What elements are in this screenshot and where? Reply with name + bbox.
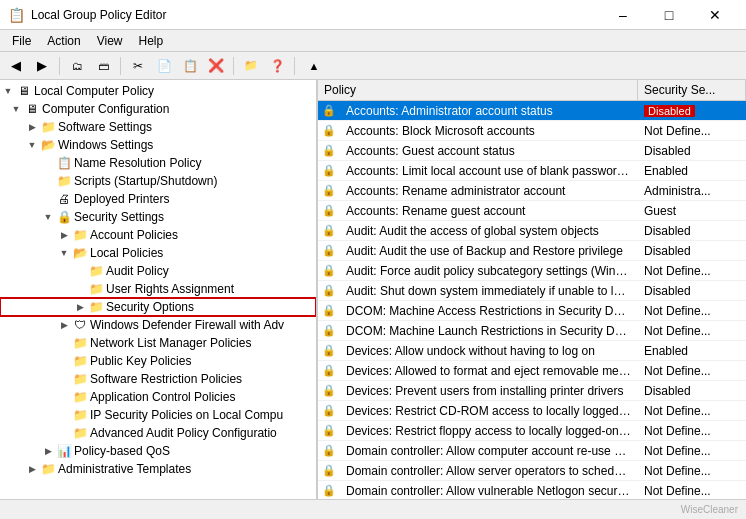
list-header: Policy Security Se...: [318, 80, 746, 101]
tree-panel[interactable]: ▼ 🖥 Local Computer Policy ▼ 🖥 Computer C…: [0, 80, 318, 499]
menu-file[interactable]: File: [4, 32, 39, 50]
list-row-2[interactable]: 🔒 Accounts: Block Microsoft accounts Not…: [318, 121, 746, 141]
tree-item-software-restriction[interactable]: 📁 Software Restriction Policies: [0, 370, 316, 388]
scripts-label: Scripts (Startup/Shutdown): [74, 174, 217, 188]
root-expander[interactable]: ▼: [0, 83, 16, 99]
list-row-10[interactable]: 🔒 Audit: Shut down system immediately if…: [318, 281, 746, 301]
maximize-button[interactable]: □: [646, 0, 692, 30]
tree-item-policy-based-qos[interactable]: ▶ 📊 Policy-based QoS: [0, 442, 316, 460]
toolbar-extra1[interactable]: ▲: [300, 55, 328, 77]
tree-root[interactable]: ▼ 🖥 Local Computer Policy: [0, 82, 316, 100]
toolbar-forward[interactable]: ▶: [30, 55, 54, 77]
row6-icon: 🔒: [318, 204, 340, 217]
row12-policy: DCOM: Machine Launch Restrictions in Sec…: [340, 323, 638, 339]
local-policies-expander[interactable]: ▼: [56, 245, 72, 261]
header-security[interactable]: Security Se...: [638, 80, 746, 100]
row6-security: Guest: [638, 203, 746, 219]
list-panel[interactable]: Policy Security Se... 🔒 Accounts: Admini…: [318, 80, 746, 499]
list-row-8[interactable]: 🔒 Audit: Audit the use of Backup and Res…: [318, 241, 746, 261]
tree-item-network-list[interactable]: 📁 Network List Manager Policies: [0, 334, 316, 352]
row11-security: Not Define...: [638, 303, 746, 319]
row1-security-badge: Disabled: [644, 105, 695, 117]
tree-item-security-options[interactable]: ▶ 📁 Security Options: [0, 298, 316, 316]
computer-config-expander[interactable]: ▼: [8, 101, 24, 117]
tree-item-audit-policy[interactable]: 📁 Audit Policy: [0, 262, 316, 280]
security-options-expander[interactable]: ▶: [72, 299, 88, 315]
tree-item-scripts[interactable]: 📁 Scripts (Startup/Shutdown): [0, 172, 316, 190]
toolbar-paste[interactable]: 📋: [178, 55, 202, 77]
list-row-17[interactable]: 🔒 Devices: Restrict floppy access to loc…: [318, 421, 746, 441]
list-row-1[interactable]: 🔒 Accounts: Administrator account status…: [318, 101, 746, 121]
security-options-label: Security Options: [106, 300, 194, 314]
windows-settings-expander[interactable]: ▼: [24, 137, 40, 153]
row14-icon: 🔒: [318, 364, 340, 377]
tree-item-user-rights[interactable]: 📁 User Rights Assignment: [0, 280, 316, 298]
app-title: Local Group Policy Editor: [31, 8, 166, 22]
row15-security: Disabled: [638, 383, 746, 399]
tree-item-name-resolution[interactable]: 📋 Name Resolution Policy: [0, 154, 316, 172]
close-button[interactable]: ✕: [692, 0, 738, 30]
app-icon: 📋: [8, 7, 25, 23]
menu-view[interactable]: View: [89, 32, 131, 50]
toolbar-copy[interactable]: 📄: [152, 55, 176, 77]
list-row-3[interactable]: 🔒 Accounts: Guest account status Disable…: [318, 141, 746, 161]
tree-item-public-key[interactable]: 📁 Public Key Policies: [0, 352, 316, 370]
tree-item-computer-config[interactable]: ▼ 🖥 Computer Configuration: [0, 100, 316, 118]
toolbar-help[interactable]: ❓: [265, 55, 289, 77]
toolbar-properties[interactable]: 📁: [239, 55, 263, 77]
list-row-19[interactable]: 🔒 Domain controller: Allow server operat…: [318, 461, 746, 481]
menu-bar: File Action View Help: [0, 30, 746, 52]
toolbar-sep-1: [59, 57, 60, 75]
tree-item-windows-defender[interactable]: ▶ 🛡 Windows Defender Firewall with Adv: [0, 316, 316, 334]
list-row-14[interactable]: 🔒 Devices: Allowed to format and eject r…: [318, 361, 746, 381]
list-row-20[interactable]: 🔒 Domain controller: Allow vulnerable Ne…: [318, 481, 746, 499]
list-row-9[interactable]: 🔒 Audit: Force audit policy subcategory …: [318, 261, 746, 281]
admin-templates-expander[interactable]: ▶: [24, 461, 40, 477]
tree-item-security-settings[interactable]: ▼ 🔒 Security Settings: [0, 208, 316, 226]
windows-defender-expander[interactable]: ▶: [56, 317, 72, 333]
toolbar-back[interactable]: ◀: [4, 55, 28, 77]
list-row-18[interactable]: 🔒 Domain controller: Allow computer acco…: [318, 441, 746, 461]
audit-policy-icon: 📁: [88, 263, 104, 279]
row13-security: Enabled: [638, 343, 746, 359]
list-row-15[interactable]: 🔒 Devices: Prevent users from installing…: [318, 381, 746, 401]
tree-item-application-control[interactable]: 📁 Application Control Policies: [0, 388, 316, 406]
admin-templates-icon: 📁: [40, 461, 56, 477]
tree-item-admin-templates[interactable]: ▶ 📁 Administrative Templates: [0, 460, 316, 478]
list-row-12[interactable]: 🔒 DCOM: Machine Launch Restrictions in S…: [318, 321, 746, 341]
row20-policy: Domain controller: Allow vulnerable Netl…: [340, 483, 638, 499]
software-settings-expander[interactable]: ▶: [24, 119, 40, 135]
menu-action[interactable]: Action: [39, 32, 88, 50]
list-row-7[interactable]: 🔒 Audit: Audit the access of global syst…: [318, 221, 746, 241]
toolbar-show-hide-console[interactable]: 🗂: [65, 55, 89, 77]
tree-item-ip-security[interactable]: 📁 IP Security Policies on Local Compu: [0, 406, 316, 424]
list-row-4[interactable]: 🔒 Accounts: Limit local account use of b…: [318, 161, 746, 181]
toolbar: ◀ ▶ 🗂 🗃 ✂ 📄 📋 ❌ 📁 ❓ ▲: [0, 52, 746, 80]
list-row-6[interactable]: 🔒 Accounts: Rename guest account Guest: [318, 201, 746, 221]
list-row-5[interactable]: 🔒 Accounts: Rename administrator account…: [318, 181, 746, 201]
tree-item-local-policies[interactable]: ▼ 📂 Local Policies: [0, 244, 316, 262]
toolbar-new-window[interactable]: 🗃: [91, 55, 115, 77]
policy-based-qos-expander[interactable]: ▶: [40, 443, 56, 459]
tree-item-advanced-audit[interactable]: 📁 Advanced Audit Policy Configuratio: [0, 424, 316, 442]
computer-config-label: Computer Configuration: [42, 102, 169, 116]
row19-policy: Domain controller: Allow server operator…: [340, 463, 638, 479]
windows-defender-icon: 🛡: [72, 317, 88, 333]
list-row-16[interactable]: 🔒 Devices: Restrict CD-ROM access to loc…: [318, 401, 746, 421]
account-policies-label: Account Policies: [90, 228, 178, 242]
tree-item-windows-settings[interactable]: ▼ 📂 Windows Settings: [0, 136, 316, 154]
header-policy[interactable]: Policy: [318, 80, 638, 100]
menu-help[interactable]: Help: [131, 32, 172, 50]
toolbar-delete[interactable]: ❌: [204, 55, 228, 77]
minimize-button[interactable]: –: [600, 0, 646, 30]
row4-security: Enabled: [638, 163, 746, 179]
account-policies-icon: 📁: [72, 227, 88, 243]
toolbar-cut[interactable]: ✂: [126, 55, 150, 77]
list-row-11[interactable]: 🔒 DCOM: Machine Access Restrictions in S…: [318, 301, 746, 321]
security-settings-expander[interactable]: ▼: [40, 209, 56, 225]
tree-item-software-settings[interactable]: ▶ 📁 Software Settings: [0, 118, 316, 136]
list-row-13[interactable]: 🔒 Devices: Allow undock without having t…: [318, 341, 746, 361]
tree-item-deployed-printers[interactable]: 🖨 Deployed Printers: [0, 190, 316, 208]
account-policies-expander[interactable]: ▶: [56, 227, 72, 243]
tree-item-account-policies[interactable]: ▶ 📁 Account Policies: [0, 226, 316, 244]
